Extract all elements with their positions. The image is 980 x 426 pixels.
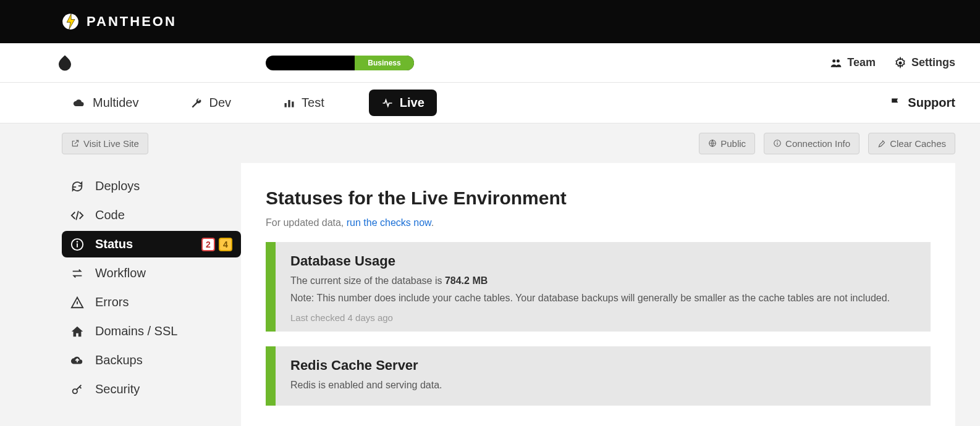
tab-multidev-label: Multidev: [93, 96, 138, 110]
transfer-icon: [70, 267, 84, 280]
tab-live-label: Live: [400, 96, 425, 110]
home-icon: [70, 325, 84, 338]
pantheon-icon: [62, 13, 79, 30]
public-button[interactable]: Public: [699, 133, 755, 154]
status-card-redis: Redis Cache Server Redis is enabled and …: [266, 346, 931, 406]
users-icon: [830, 57, 842, 69]
team-label: Team: [847, 56, 876, 69]
status-badge-red: 2: [201, 238, 215, 251]
sidebar-item-security[interactable]: Security: [62, 376, 241, 403]
tab-live[interactable]: Live: [369, 90, 437, 116]
info-icon: [773, 139, 782, 148]
globe-icon: [708, 139, 717, 148]
env-tabbar: Multidev Dev Test Live Support: [0, 83, 980, 123]
sidebar-errors-label: Errors: [95, 295, 129, 309]
tab-dev-label: Dev: [209, 96, 231, 110]
plan-badge: Business: [355, 56, 414, 70]
card-db-lastchecked: Last checked 4 days ago: [290, 312, 916, 323]
sidebar-item-domains[interactable]: Domains / SSL: [62, 318, 241, 345]
support-label: Support: [908, 96, 955, 110]
refresh-icon: [70, 180, 84, 193]
sidebar-item-code[interactable]: Code: [62, 202, 241, 228]
svg-rect-12: [77, 243, 78, 247]
cloud-up-icon: [70, 354, 84, 367]
support-button[interactable]: Support: [889, 96, 955, 110]
clear-label: Clear Caches: [890, 138, 946, 149]
top-bar: PANTHEON: [0, 0, 980, 43]
sidebar-item-backups[interactable]: Backups: [62, 347, 241, 374]
db-line-prefix: The current size of the database is: [290, 275, 445, 286]
tab-test[interactable]: Test: [276, 91, 332, 115]
clear-caches-button[interactable]: Clear Caches: [868, 133, 955, 154]
svg-point-14: [73, 389, 77, 393]
card-redis-title: Redis Cache Server: [290, 357, 916, 374]
db-size-value: 784.2 MB: [445, 275, 488, 286]
status-badge-yellow: 4: [219, 238, 232, 251]
svg-point-2: [837, 59, 840, 62]
bar-chart-icon: [283, 97, 295, 109]
brand-name: PANTHEON: [87, 14, 177, 30]
tab-dev[interactable]: Dev: [183, 91, 239, 115]
sidebar-code-label: Code: [95, 208, 125, 222]
settings-button[interactable]: Settings: [894, 56, 955, 69]
svg-point-13: [77, 241, 78, 243]
status-card-database: Database Usage The current size of the d…: [266, 242, 931, 332]
svg-point-3: [898, 61, 902, 64]
site-header: Business Team Settings: [0, 43, 980, 83]
sidebar-workflow-label: Workflow: [95, 266, 146, 280]
tab-multidev[interactable]: Multidev: [64, 91, 146, 115]
warning-icon: [70, 296, 84, 309]
card-redis-line: Redis is enabled and serving data.: [290, 380, 916, 391]
visit-live-site-button[interactable]: Visit Live Site: [62, 133, 148, 154]
svg-rect-9: [777, 143, 777, 145]
subline-suffix: .: [431, 217, 434, 228]
pulse-icon: [381, 97, 394, 109]
svg-rect-6: [292, 101, 294, 107]
sidebar-domains-label: Domains / SSL: [95, 324, 177, 338]
page-subline: For updated data, run the checks now.: [266, 217, 931, 228]
gear-icon: [894, 57, 906, 69]
key-icon: [70, 383, 84, 396]
card-db-note: Note: This number does include your cach…: [290, 293, 916, 304]
plan-pill: Business: [266, 56, 414, 70]
subline-prefix: For updated data,: [266, 217, 347, 228]
svg-point-10: [777, 141, 778, 142]
sidebar-backups-label: Backups: [95, 353, 143, 367]
card-db-title: Database Usage: [290, 253, 916, 269]
sidebar-item-errors[interactable]: Errors: [62, 289, 241, 315]
action-row: Visit Live Site Public Connection Info C…: [0, 123, 980, 163]
page-title: Statuses for the Live Environment: [266, 188, 931, 209]
sidebar-deploys-label: Deploys: [95, 179, 140, 193]
svg-point-1: [832, 59, 835, 62]
sidebar-item-deploys[interactable]: Deploys: [62, 173, 241, 199]
drupal-icon: [56, 54, 74, 72]
wrench-icon: [190, 97, 203, 109]
info-circle-icon: [70, 238, 84, 251]
run-checks-link[interactable]: run the checks now: [347, 217, 431, 228]
connection-info-button[interactable]: Connection Info: [764, 133, 860, 154]
sidebar-status-label: Status: [95, 237, 133, 251]
flag-icon: [889, 97, 902, 109]
svg-rect-4: [285, 103, 287, 107]
cloud-icon: [72, 97, 87, 109]
brand-logo[interactable]: PANTHEON: [62, 13, 177, 30]
card-db-line: The current size of the database is 784.…: [290, 275, 916, 286]
tab-test-label: Test: [302, 96, 324, 110]
sidebar-item-workflow[interactable]: Workflow: [62, 260, 241, 286]
sidebar-security-label: Security: [95, 382, 140, 396]
svg-rect-5: [288, 100, 290, 107]
visit-label: Visit Live Site: [83, 138, 139, 149]
sidebar-item-status[interactable]: Status 2 4: [62, 231, 241, 257]
broom-icon: [877, 139, 886, 148]
external-link-icon: [71, 139, 80, 148]
main-panel: Statuses for the Live Environment For up…: [241, 163, 955, 426]
conninfo-label: Connection Info: [785, 138, 850, 149]
public-label: Public: [720, 138, 746, 149]
code-icon: [70, 209, 84, 222]
sidebar: Deploys Code Status 2 4 Workflow Errors …: [62, 163, 241, 426]
settings-label: Settings: [911, 56, 955, 69]
team-button[interactable]: Team: [830, 56, 876, 69]
